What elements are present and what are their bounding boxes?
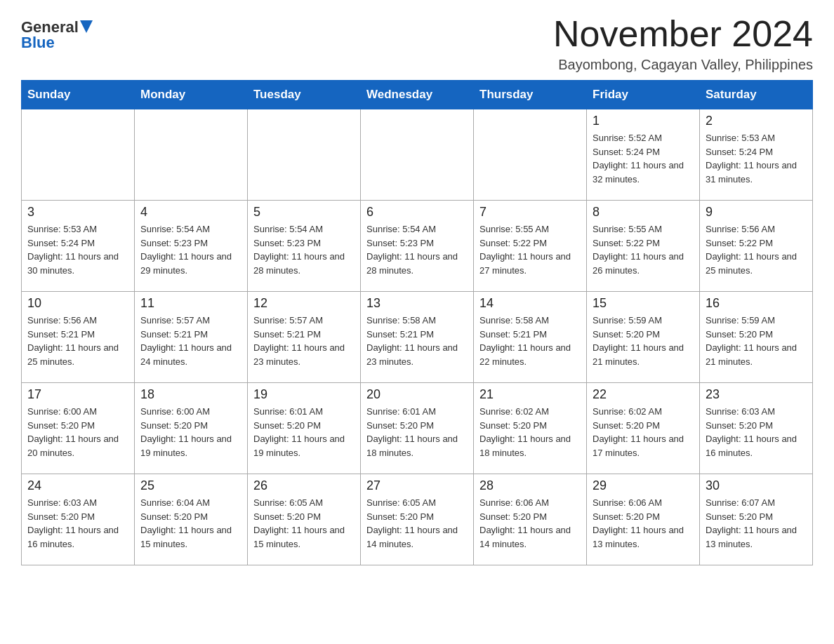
day-info: Sunrise: 5:57 AMSunset: 5:21 PMDaylight:… [253,314,355,368]
day-number: 25 [140,478,241,493]
day-number: 8 [593,205,694,220]
day-info: Sunrise: 6:07 AMSunset: 5:20 PMDaylight:… [706,496,807,551]
weekday-header-thursday: Thursday [474,81,587,109]
day-info: Sunrise: 6:01 AMSunset: 5:20 PMDaylight:… [253,405,355,459]
calendar-day-cell: 3Sunrise: 5:53 AMSunset: 5:24 PMDaylight… [22,201,135,292]
day-number: 17 [27,387,128,402]
day-info: Sunrise: 6:03 AMSunset: 5:20 PMDaylight:… [27,496,128,551]
calendar-day-cell: 30Sunrise: 6:07 AMSunset: 5:20 PMDayligh… [700,474,813,565]
day-number: 10 [27,296,128,311]
day-number: 13 [366,296,468,311]
day-info: Sunrise: 6:05 AMSunset: 5:20 PMDaylight:… [253,496,355,551]
day-number: 3 [27,205,128,220]
day-number: 12 [253,296,355,311]
calendar-day-cell: 23Sunrise: 6:03 AMSunset: 5:20 PMDayligh… [700,383,813,474]
day-info: Sunrise: 5:59 AMSunset: 5:20 PMDaylight:… [593,314,694,368]
day-number: 20 [366,387,468,402]
day-info: Sunrise: 6:02 AMSunset: 5:20 PMDaylight:… [479,405,581,459]
calendar-day-cell: 21Sunrise: 6:02 AMSunset: 5:20 PMDayligh… [474,383,587,474]
title-section: November 2024 Bayombong, Cagayan Valley,… [553,14,813,73]
weekday-header-saturday: Saturday [700,81,813,109]
day-number: 7 [479,205,581,220]
calendar-day-cell [22,109,135,201]
day-number: 4 [140,205,241,220]
calendar-day-cell: 17Sunrise: 6:00 AMSunset: 5:20 PMDayligh… [22,383,135,474]
day-number: 19 [253,387,355,402]
calendar-week-row: 24Sunrise: 6:03 AMSunset: 5:20 PMDayligh… [22,474,813,565]
page-subtitle: Bayombong, Cagayan Valley, Philippines [553,57,813,73]
calendar-week-row: 10Sunrise: 5:56 AMSunset: 5:21 PMDayligh… [22,292,813,383]
day-number: 26 [253,478,355,493]
calendar-day-cell: 24Sunrise: 6:03 AMSunset: 5:20 PMDayligh… [22,474,135,565]
calendar-day-cell: 26Sunrise: 6:05 AMSunset: 5:20 PMDayligh… [248,474,361,565]
calendar-week-row: 3Sunrise: 5:53 AMSunset: 5:24 PMDaylight… [22,201,813,292]
day-info: Sunrise: 6:04 AMSunset: 5:20 PMDaylight:… [140,496,241,551]
calendar-day-cell: 15Sunrise: 5:59 AMSunset: 5:20 PMDayligh… [587,292,700,383]
day-number: 6 [366,205,468,220]
calendar-day-cell: 7Sunrise: 5:55 AMSunset: 5:22 PMDaylight… [474,201,587,292]
weekday-header-wednesday: Wednesday [361,81,474,109]
day-info: Sunrise: 5:55 AMSunset: 5:22 PMDaylight:… [593,222,694,277]
day-number: 18 [140,387,241,402]
calendar-day-cell [474,109,587,201]
calendar-table: SundayMondayTuesdayWednesdayThursdayFrid… [21,80,813,565]
day-info: Sunrise: 6:06 AMSunset: 5:20 PMDaylight:… [593,496,694,551]
calendar-day-cell: 20Sunrise: 6:01 AMSunset: 5:20 PMDayligh… [361,383,474,474]
calendar-week-row: 17Sunrise: 6:00 AMSunset: 5:20 PMDayligh… [22,383,813,474]
calendar-day-cell: 18Sunrise: 6:00 AMSunset: 5:20 PMDayligh… [135,383,248,474]
calendar-day-cell: 6Sunrise: 5:54 AMSunset: 5:23 PMDaylight… [361,201,474,292]
calendar-day-cell [135,109,248,201]
page-title: November 2024 [553,14,813,54]
day-info: Sunrise: 5:54 AMSunset: 5:23 PMDaylight:… [140,222,241,277]
calendar-day-cell: 5Sunrise: 5:54 AMSunset: 5:23 PMDaylight… [248,201,361,292]
calendar-day-cell: 13Sunrise: 5:58 AMSunset: 5:21 PMDayligh… [361,292,474,383]
day-info: Sunrise: 5:52 AMSunset: 5:24 PMDaylight:… [593,131,694,186]
day-number: 15 [593,296,694,311]
day-number: 16 [706,296,807,311]
day-info: Sunrise: 5:56 AMSunset: 5:22 PMDaylight:… [706,222,807,277]
day-info: Sunrise: 5:54 AMSunset: 5:23 PMDaylight:… [366,222,468,277]
day-number: 2 [706,114,807,128]
day-info: Sunrise: 5:56 AMSunset: 5:21 PMDaylight:… [27,314,128,368]
calendar-day-cell [361,109,474,201]
weekday-header-tuesday: Tuesday [248,81,361,109]
calendar-day-cell: 10Sunrise: 5:56 AMSunset: 5:21 PMDayligh… [22,292,135,383]
weekday-header-sunday: Sunday [22,81,135,109]
page-header: General Blue November 2024 Bayombong, Ca… [21,14,813,73]
day-number: 14 [479,296,581,311]
day-number: 21 [479,387,581,402]
day-number: 28 [479,478,581,493]
calendar-day-cell: 12Sunrise: 5:57 AMSunset: 5:21 PMDayligh… [248,292,361,383]
calendar-day-cell: 11Sunrise: 5:57 AMSunset: 5:21 PMDayligh… [135,292,248,383]
calendar-day-cell: 22Sunrise: 6:02 AMSunset: 5:20 PMDayligh… [587,383,700,474]
day-number: 9 [706,205,807,220]
logo-blue-text: Blue [21,34,55,52]
day-info: Sunrise: 5:59 AMSunset: 5:20 PMDaylight:… [706,314,807,368]
svg-marker-0 [80,20,93,33]
calendar-day-cell: 14Sunrise: 5:58 AMSunset: 5:21 PMDayligh… [474,292,587,383]
calendar-day-cell: 1Sunrise: 5:52 AMSunset: 5:24 PMDaylight… [587,109,700,201]
calendar-day-cell: 25Sunrise: 6:04 AMSunset: 5:20 PMDayligh… [135,474,248,565]
calendar-header-row: SundayMondayTuesdayWednesdayThursdayFrid… [22,81,813,109]
calendar-day-cell: 16Sunrise: 5:59 AMSunset: 5:20 PMDayligh… [700,292,813,383]
day-info: Sunrise: 5:54 AMSunset: 5:23 PMDaylight:… [253,222,355,277]
calendar-day-cell: 19Sunrise: 6:01 AMSunset: 5:20 PMDayligh… [248,383,361,474]
calendar-day-cell: 28Sunrise: 6:06 AMSunset: 5:20 PMDayligh… [474,474,587,565]
logo-general-text: General [21,20,79,35]
day-info: Sunrise: 6:06 AMSunset: 5:20 PMDaylight:… [479,496,581,551]
day-number: 27 [366,478,468,493]
day-info: Sunrise: 6:03 AMSunset: 5:20 PMDaylight:… [706,405,807,459]
calendar-day-cell: 8Sunrise: 5:55 AMSunset: 5:22 PMDaylight… [587,201,700,292]
calendar-week-row: 1Sunrise: 5:52 AMSunset: 5:24 PMDaylight… [22,109,813,201]
weekday-header-monday: Monday [135,81,248,109]
day-info: Sunrise: 6:02 AMSunset: 5:20 PMDaylight:… [593,405,694,459]
calendar-day-cell: 29Sunrise: 6:06 AMSunset: 5:20 PMDayligh… [587,474,700,565]
logo-triangle-icon [80,20,93,33]
day-number: 1 [593,114,694,128]
day-number: 11 [140,296,241,311]
day-number: 30 [706,478,807,493]
day-number: 29 [593,478,694,493]
calendar-day-cell: 2Sunrise: 5:53 AMSunset: 5:24 PMDaylight… [700,109,813,201]
weekday-header-friday: Friday [587,81,700,109]
day-info: Sunrise: 5:58 AMSunset: 5:21 PMDaylight:… [366,314,468,368]
